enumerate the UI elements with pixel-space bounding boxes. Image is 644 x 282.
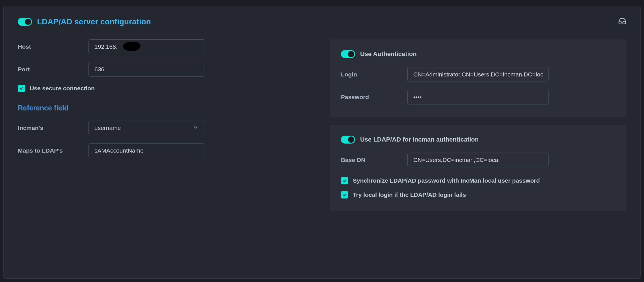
ldap-auth-toggle[interactable] — [341, 136, 355, 144]
sync-password-label: Synchronize LDAP/AD password with IncMan… — [353, 177, 540, 184]
basedn-row: Base DN — [341, 153, 615, 167]
host-input[interactable] — [88, 39, 204, 54]
maps-input[interactable] — [88, 143, 204, 158]
incmans-label: Incman's — [18, 125, 88, 131]
port-row: Port — [18, 62, 310, 77]
password-row: Password — [341, 90, 615, 104]
panel-title: LDAP/AD server configuration — [37, 17, 151, 26]
host-input-wrap — [88, 39, 204, 54]
port-label: Port — [18, 66, 88, 73]
incmans-select-wrap — [88, 121, 204, 135]
incmans-row: Incman's — [18, 121, 310, 135]
sync-password-row: Synchronize LDAP/AD password with IncMan… — [341, 177, 615, 184]
fallback-login-checkbox[interactable] — [341, 191, 348, 198]
use-authentication-panel: Use Authentication Login Password — [330, 39, 626, 117]
login-row: Login — [341, 67, 615, 82]
panel-header: LDAP/AD server configuration — [18, 17, 626, 26]
basedn-label: Base DN — [341, 157, 407, 163]
ldap-enable-toggle[interactable] — [18, 18, 32, 26]
ldap-auth-panel: Use LDAP/AD for Incman authentication Ba… — [330, 125, 626, 211]
incmans-select[interactable] — [88, 121, 204, 135]
columns: Host Port Use secure connection Referenc… — [18, 39, 626, 211]
title-group: LDAP/AD server configuration — [18, 17, 151, 26]
secure-connection-row: Use secure connection — [18, 85, 310, 92]
port-input[interactable] — [88, 62, 204, 77]
ldap-auth-toggle-row: Use LDAP/AD for Incman authentication — [341, 136, 615, 144]
maps-label: Maps to LDAP's — [18, 147, 88, 154]
password-input[interactable] — [407, 90, 549, 104]
fallback-login-row: Try local login if the LDAP/AD login fai… — [341, 191, 615, 198]
use-auth-toggle-row: Use Authentication — [341, 50, 615, 58]
right-column: Use Authentication Login Password Use LD — [330, 39, 626, 211]
login-label: Login — [341, 71, 407, 78]
basedn-input[interactable] — [407, 153, 549, 167]
secure-connection-checkbox[interactable] — [18, 85, 25, 92]
left-column: Host Port Use secure connection Referenc… — [18, 39, 310, 211]
ldap-auth-label: Use LDAP/AD for Incman authentication — [360, 136, 479, 143]
fallback-login-label: Try local login if the LDAP/AD login fai… — [353, 191, 466, 198]
sync-password-checkbox[interactable] — [341, 177, 348, 184]
password-label: Password — [341, 94, 407, 101]
host-row: Host — [18, 39, 310, 54]
use-auth-label: Use Authentication — [360, 50, 417, 58]
use-auth-toggle[interactable] — [341, 50, 355, 58]
login-input[interactable] — [407, 67, 549, 82]
maps-row: Maps to LDAP's — [18, 143, 310, 158]
secure-connection-label: Use secure connection — [30, 85, 95, 92]
inbox-icon[interactable] — [618, 17, 626, 26]
reference-field-title: Reference field — [18, 104, 310, 112]
host-label: Host — [18, 43, 88, 50]
ldap-config-panel: LDAP/AD server configuration Host Port — [3, 6, 641, 279]
